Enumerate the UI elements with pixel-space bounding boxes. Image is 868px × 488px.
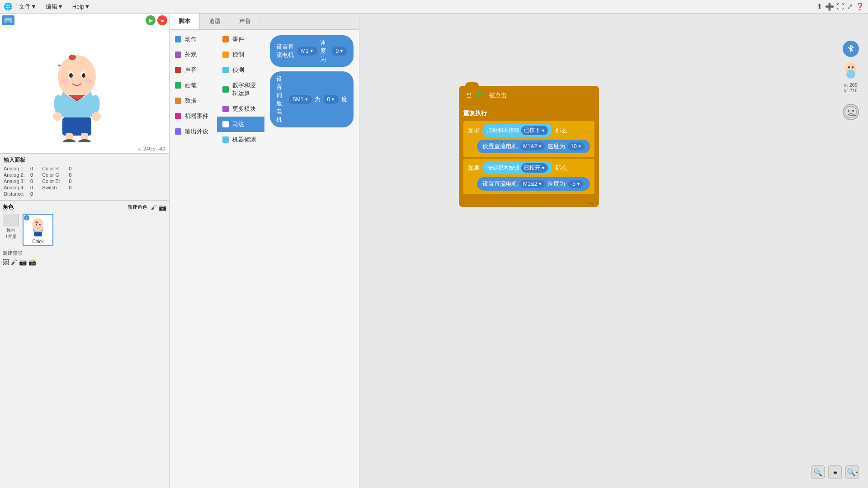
category-more[interactable]: 更多模块 [217, 101, 264, 117]
stage-icon [2, 15, 14, 25]
stop-button[interactable]: ■ [157, 15, 167, 25]
brick-btn-label-2: 按键积木按钮 [487, 164, 519, 172]
zoom-in-button[interactable]: 🔍+ [845, 465, 859, 479]
colorG-label: Color G: [42, 172, 67, 178]
category-label-looks: 外观 [185, 51, 197, 59]
servo-motor-block[interactable]: 设置伺服电机 SM1 为 0 度 [270, 71, 354, 127]
svg-point-34 [848, 66, 850, 69]
if1-label: 如果 [468, 127, 480, 135]
category-machine_event[interactable]: 机器事件 [170, 108, 217, 124]
svg-point-27 [36, 223, 37, 225]
category-control[interactable]: 控制 [217, 47, 264, 62]
category-machine_detect[interactable]: 机器侦测 [217, 132, 264, 147]
analog2-item: Analog 2: 0 [4, 172, 33, 178]
green-flag-button[interactable]: ▶ [146, 15, 156, 25]
category-motor[interactable]: 马达 [217, 117, 264, 132]
add-icon[interactable]: ➕ [825, 2, 834, 11]
char-small [843, 61, 859, 79]
bg-camera-btn[interactable]: 📸 [28, 258, 36, 266]
category-data[interactable]: 数据 [170, 93, 217, 108]
category-looks[interactable]: 外观 [170, 47, 217, 62]
help-menu[interactable]: Help▼ [70, 2, 93, 11]
set-motor-block-1[interactable]: 设置直流电机 M1&2 速度为 10 [477, 140, 590, 153]
main: ▶ ■ [0, 14, 868, 488]
stage-thumbnail[interactable]: 舞台 1背景 [3, 214, 19, 246]
repeat-block: 重复执行 如果 按键积木按钮 已按下 那么 [459, 105, 599, 200]
category-dot-operators [222, 86, 229, 93]
sprite-thumb [27, 216, 49, 239]
blocks-workspace: 设置直流电机 M1 速度为 0 设置伺服电机 SM1 为 0 度 [264, 30, 359, 488]
svg-text:✦: ✦ [57, 62, 62, 69]
dc-motor-speed-value[interactable]: 0 [332, 47, 347, 56]
globe-icon: 🌐 [4, 2, 13, 11]
canvas-bottom-controls: 🔍 ≡ 🔍+ [811, 465, 859, 479]
set-motor-block-2[interactable]: 设置直流电机 M1&2 速度为 -5 [477, 177, 590, 191]
left-panel: ▶ ■ [0, 14, 170, 488]
edit-menu[interactable]: 编辑▼ [43, 2, 66, 12]
script-tabs: 脚本 造型 声音 [170, 14, 359, 30]
svg-rect-31 [34, 232, 42, 236]
tab-costume[interactable]: 造型 [200, 14, 230, 29]
categories-list: 动作外观声音画笔数据机器事件输出外设事件控制侦测数字和逻辑运算更多模块马达机器侦… [170, 30, 264, 488]
input-panel: 输入面板 Analog 1: 0 Color R: 0 Analog 2: 0 … [0, 154, 169, 201]
svg-marker-41 [477, 91, 484, 98]
speed1-value[interactable]: 10 [568, 142, 584, 150]
speed1-label: 速度为 [547, 142, 565, 150]
bg-image-btn[interactable]: 🖼 [3, 258, 9, 266]
category-dot-machine_detect [222, 136, 229, 143]
category-sound[interactable]: 声音 [170, 62, 217, 78]
upload-icon[interactable]: ⬆ [816, 2, 822, 11]
speed2-value[interactable]: -5 [568, 180, 583, 188]
zoom-fit-button[interactable]: ≡ [828, 465, 842, 479]
if-block-2[interactable]: 如果 按键积木按钮 已松开 那么 设置直流电机 M1&2 速度为 [463, 159, 594, 194]
already-pressed-dropdown[interactable]: 已按下 [521, 126, 548, 135]
when-flag-clicked-block[interactable]: 当 被点击 [459, 86, 599, 105]
bg-paint-btn[interactable]: 🖌 [11, 258, 17, 266]
if-block-1[interactable]: 如果 按键积木按钮 已按下 那么 设置直流电机 M1&2 速度为 [463, 121, 594, 157]
svg-point-29 [33, 225, 36, 227]
colorG-value: 0 [69, 172, 71, 178]
paint-sprite-btn[interactable]: 🖌 [151, 204, 157, 211]
stage-header: ▶ ■ [2, 15, 167, 25]
stage-coords: x: 240 y: -40 [138, 146, 165, 151]
toolbar-icons: ⬆ ➕ ⛶ ⤢ ❓ [816, 2, 864, 11]
category-pen[interactable]: 画笔 [170, 78, 217, 93]
coords-display: x: 209 y: 216 [844, 82, 858, 93]
category-events[interactable]: 事件 [217, 32, 264, 47]
motor1-dropdown[interactable]: M1&2 [520, 142, 545, 150]
zoom-out-button[interactable]: 🔍 [811, 465, 825, 479]
category-motion[interactable]: 动作 [170, 32, 217, 47]
upload-sprite-btn[interactable]: 📷 [159, 204, 166, 211]
analog2-value: 0 [30, 172, 33, 178]
category-sensing[interactable]: 侦测 [217, 62, 264, 78]
category-label-pen: 画笔 [185, 81, 197, 89]
already-released-dropdown[interactable]: 已松开 [521, 163, 548, 173]
sprite-item-chick[interactable]: i [23, 214, 53, 246]
script-end: ↪ [459, 200, 599, 207]
dc-motor-block[interactable]: 设置直流电机 M1 速度为 0 [270, 35, 354, 67]
svg-point-20 [78, 139, 91, 142]
analog4-value: 0 [30, 185, 33, 190]
tab-script[interactable]: 脚本 [170, 14, 200, 29]
svg-point-35 [852, 66, 854, 69]
bluetooth-button[interactable] [843, 41, 859, 57]
help-icon[interactable]: ❓ [855, 2, 864, 11]
dc-motor-dropdown1[interactable]: M1 [297, 47, 317, 56]
category-operators[interactable]: 数字和逻辑运算 [217, 78, 264, 101]
tab-sound[interactable]: 声音 [230, 14, 260, 29]
category-dot-control [222, 52, 229, 58]
if-header-2: 如果 按键积木按钮 已松开 那么 [468, 161, 590, 174]
servo-motor-value[interactable]: 0 [323, 95, 339, 104]
category-dot-sound [175, 67, 181, 73]
servo-motor-dropdown1[interactable]: SM1 [289, 95, 312, 104]
category-label-machine_detect: 机器侦测 [232, 136, 256, 144]
expand-icon[interactable]: ⤢ [847, 2, 853, 11]
stage-label: 舞台 [6, 227, 15, 234]
fullscreen-icon[interactable]: ⛶ [837, 3, 844, 11]
brick-btn-label-1: 按键积木按钮 [487, 127, 519, 134]
file-menu[interactable]: 文件▼ [16, 2, 39, 12]
motor2-dropdown[interactable]: M1&2 [520, 180, 545, 188]
then2-label: 那么 [555, 164, 567, 172]
bg-upload-btn[interactable]: 📷 [19, 258, 27, 266]
category-output[interactable]: 输出外设 [170, 124, 217, 139]
